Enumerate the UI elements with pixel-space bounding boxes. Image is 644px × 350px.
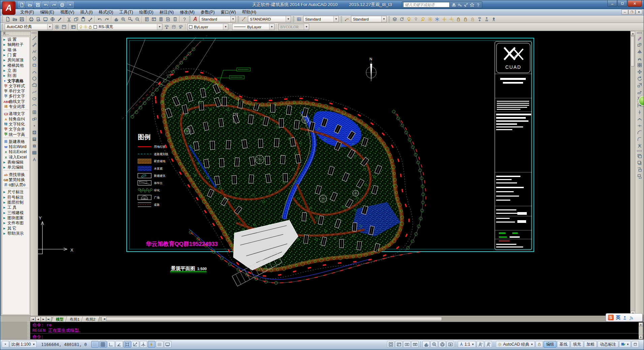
toolbar-grip[interactable] — [1, 24, 3, 30]
palette-item-26[interactable]: ▶单元编辑 — [2, 165, 29, 170]
arc-icon[interactable] — [31, 68, 38, 75]
cut-icon[interactable] — [65, 16, 72, 23]
lock-icon[interactable] — [455, 16, 462, 23]
insert-block-icon[interactable] — [31, 109, 38, 115]
lwt-icon[interactable] — [156, 341, 163, 348]
doc-close-button[interactable]: ✕ — [636, 9, 642, 14]
prev-tab-icon[interactable]: ◀ — [35, 317, 41, 322]
offset-icon[interactable] — [636, 55, 643, 61]
close-button[interactable] — [627, 0, 642, 7]
spline-icon[interactable] — [31, 89, 38, 95]
toolbar-grip[interactable] — [237, 16, 239, 22]
bulb-isolate-icon[interactable] — [419, 16, 426, 23]
palette-item-34[interactable]: ▶图层控制 — [2, 200, 29, 205]
arrow-stack-down-icon[interactable] — [476, 16, 483, 23]
palette-item-40[interactable]: ▶帮助演示 — [2, 231, 29, 236]
status-tray-icon[interactable]: ▼ — [619, 341, 631, 348]
ellipse-icon[interactable] — [31, 95, 38, 102]
command-text-area[interactable]: 命令: re REGEN 正在重生成模型。 命令: ▲ ▼ — [30, 322, 644, 340]
palette-item-30[interactable]: 层o默认层o — [2, 182, 29, 187]
first-tab-icon[interactable]: |◀ — [30, 317, 35, 322]
command-scrollbar[interactable]: ▲ ▼ — [639, 322, 643, 339]
zoom-window-icon[interactable] — [127, 16, 134, 23]
palette-item-32[interactable]: ▶尺寸标注 — [2, 189, 29, 195]
sheet-set-icon[interactable] — [164, 16, 171, 23]
workspace-switch-control[interactable]: AutoCAD 经典▼ — [496, 341, 535, 348]
palette-item-16[interactable]: A转角自纠 — [2, 116, 29, 121]
palette-item-15[interactable]: 1¦2递增文字 — [2, 111, 29, 116]
steering-wheel-icon[interactable] — [439, 341, 446, 348]
erase-icon[interactable] — [636, 35, 643, 41]
paste-icon[interactable] — [79, 16, 87, 23]
menu-item-8[interactable]: 修改(M) — [177, 9, 198, 16]
toolbar-grip[interactable] — [1, 16, 3, 22]
sun-icon[interactable] — [426, 16, 433, 23]
gradient-icon[interactable] — [31, 136, 38, 142]
lock-fade-icon[interactable] — [469, 16, 476, 23]
menu-item-11[interactable]: 帮助(H) — [239, 9, 259, 16]
break-point-icon[interactable] — [636, 109, 643, 115]
palette-item-18[interactable]: 字文字合并 — [2, 127, 29, 132]
clean-screen-icon[interactable] — [632, 341, 639, 348]
explode-icon[interactable] — [636, 143, 643, 149]
palette-item-7[interactable]: ▶剖 面 — [2, 73, 29, 78]
palette-item-2[interactable]: ▶墙 体 — [2, 48, 29, 53]
table-icon[interactable] — [31, 149, 38, 156]
quick-properties-icon[interactable] — [164, 341, 171, 348]
scale-control[interactable]: 比例 1:100▼ — [10, 341, 37, 348]
snowflake-icon[interactable] — [433, 16, 441, 23]
toggle-动态标注[interactable]: 动态标注 — [598, 341, 618, 348]
join-icon[interactable] — [636, 122, 643, 129]
draworder-above-icon[interactable] — [636, 166, 643, 173]
dyn-icon[interactable] — [148, 341, 155, 348]
quick-view-drawings-icon[interactable] — [411, 341, 419, 348]
palette-item-22[interactable]: W转出Word — [2, 144, 29, 149]
palette-item-9[interactable]: 字文字样式 — [2, 84, 29, 89]
key-icon[interactable] — [457, 2, 463, 7]
palette-item-8[interactable]: ▼文字表格 — [2, 78, 29, 83]
bulb-off-icon[interactable] — [412, 16, 419, 23]
scroll-down-icon[interactable]: ▼ — [639, 335, 643, 339]
ortho-icon[interactable] — [107, 341, 115, 348]
palette-item-19[interactable]: 字统一字高 — [2, 132, 29, 137]
circle-icon[interactable] — [31, 75, 38, 82]
copy-object-icon[interactable] — [636, 41, 643, 48]
palette-item-1[interactable]: ▶轴网柱子 — [2, 42, 29, 47]
plot-icon[interactable] — [58, 1, 66, 8]
palette-item-33[interactable]: ▶符号标注 — [2, 195, 29, 200]
open-file-icon[interactable] — [11, 16, 18, 23]
publish-icon[interactable] — [42, 16, 49, 23]
palette-item-37[interactable]: ▶图块图案 — [2, 215, 29, 221]
linetype-combo[interactable]: ByLayer▼ — [232, 24, 275, 30]
save-workspace-icon[interactable] — [60, 24, 67, 30]
canvas-vertical-scrollbar[interactable]: ▲ ▼ — [630, 31, 635, 316]
point-icon[interactable] — [31, 122, 38, 129]
mleader-style-combo[interactable]: Standard▼ — [351, 16, 387, 22]
design-center-icon[interactable] — [150, 16, 157, 23]
rotate-icon[interactable] — [636, 75, 643, 82]
hatch-icon[interactable] — [31, 129, 38, 136]
polar-icon[interactable] — [116, 341, 123, 348]
toolbar-grip[interactable] — [189, 16, 191, 22]
polygon-icon[interactable] — [31, 55, 38, 61]
palette-item-38[interactable]: ▶文件布图 — [2, 221, 29, 226]
undo-icon[interactable] — [42, 1, 50, 8]
application-menu-button[interactable]: A — [2, 1, 15, 15]
markup-icon[interactable] — [56, 16, 63, 23]
satellite-icon[interactable] — [463, 2, 469, 7]
palette-item-25[interactable]: ▶表格编辑 — [2, 160, 29, 165]
mtext-icon[interactable] — [31, 156, 38, 163]
palette-item-5[interactable]: ▶楼梯其他 — [2, 63, 29, 68]
annotation-scale-control[interactable]: 1:1▼ — [458, 341, 476, 348]
color-combo[interactable]: ByLayer▼ — [187, 24, 228, 30]
region-icon[interactable] — [31, 143, 38, 149]
sogou-logo-icon[interactable]: S — [608, 315, 614, 320]
help-icon[interactable] — [181, 16, 188, 23]
tab-布局2[interactable]: 布局2 — [81, 316, 100, 322]
menu-item-0[interactable]: 文件(F) — [17, 9, 37, 16]
layout-icon[interactable] — [395, 341, 402, 348]
snap-icon[interactable] — [91, 341, 99, 348]
model-space-icon[interactable] — [387, 341, 394, 348]
palette-title[interactable]: 天... — [1, 31, 30, 36]
osnap-icon[interactable] — [124, 341, 131, 348]
